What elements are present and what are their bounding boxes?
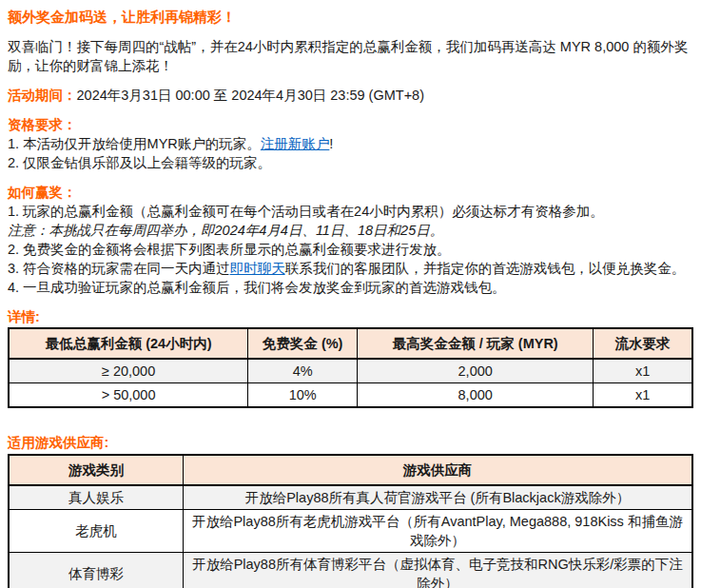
table-row: 体育博彩 开放给Play88所有体育博彩平台（虚拟体育、电子竞技和RNG快乐彩/… — [9, 553, 692, 588]
how-to-win-item-2: 2. 免费奖金的金额将会根据下列图表所显示的总赢利金额要求进行发放。 — [8, 240, 693, 259]
cell-turnover: x1 — [594, 383, 692, 408]
how-to-win-item-4: 4. 一旦成功验证玩家的总赢利金额后，我们将会发放奖金到玩家的首选游戏钱包。 — [8, 278, 693, 297]
eligibility-item-1-suffix: ! — [329, 136, 333, 151]
period-line: 活动期间：2024年3月31日 00:00 至 2024年4月30日 23:59… — [8, 86, 693, 105]
how-to-win-item-3-pre: 3. 符合资格的玩家需在同一天内通过 — [8, 261, 230, 276]
details-heading: 详情: — [8, 307, 693, 326]
providers-table-header-row: 游戏类别 游戏供应商 — [9, 455, 692, 485]
cell-provider: 开放给Play88所有老虎机游戏平台（所有AvantPlay, Mega888,… — [183, 510, 692, 553]
cell-free-bonus: 10% — [248, 383, 358, 408]
cell-provider: 开放给Play88所有体育博彩平台（虚拟体育、电子竞技和RNG快乐彩/彩票的下注… — [183, 553, 692, 588]
cell-min-winnings: ≥ 20,000 — [9, 359, 248, 383]
providers-heading: 适用游戏供应商: — [8, 433, 693, 452]
cell-turnover: x1 — [594, 359, 692, 383]
promo-page: 额外奖金加码送，让胜利再锦精彩！ 双喜临门！接下每周四的“战帖”，并在24小时内… — [8, 8, 693, 588]
details-col-min-winnings: 最低总赢利金额 (24小时内) — [9, 328, 248, 359]
period-label: 活动期间： — [8, 88, 77, 103]
details-table-header-row: 最低总赢利金额 (24小时内) 免费奖金 (%) 最高奖金金额 / 玩家 (MY… — [9, 328, 692, 359]
how-to-win-item-3-post: 联系我们的客服团队，并指定你的首选游戏钱包，以便兑换奖金。 — [285, 261, 686, 276]
cell-category: 老虎机 — [9, 510, 183, 553]
how-to-win-section: 如何赢奖： 1. 玩家的总赢利金额（总赢利金额可在每个活动日或者在24小时内累积… — [8, 183, 693, 297]
period-value: 2024年3月31日 00:00 至 2024年4月30日 23:59 (GMT… — [77, 88, 425, 103]
table-row: > 50,000 10% 8,000 x1 — [9, 383, 692, 408]
providers-table: 游戏类别 游戏供应商 真人娱乐 开放给Play88所有真人荷官游戏平台 (所有B… — [8, 454, 693, 588]
details-col-turnover: 流水要求 — [594, 328, 692, 359]
intro-text: 双喜临门！接下每周四的“战帖”，并在24小时内累积指定的总赢利金额，我们加码再送… — [8, 37, 693, 75]
eligibility-section: 资格要求： 1. 本活动仅开放给使用MYR账户的玩家。注册新账户! 2. 仅限金… — [8, 115, 693, 172]
cell-category: 真人娱乐 — [9, 485, 183, 510]
how-to-win-heading: 如何赢奖： — [8, 183, 693, 202]
table-row: 老虎机 开放给Play88所有老虎机游戏平台（所有AvantPlay, Mega… — [9, 510, 692, 553]
details-col-max-bonus: 最高奖金金额 / 玩家 (MYR) — [358, 328, 594, 359]
cell-free-bonus: 4% — [248, 359, 358, 383]
register-account-link[interactable]: 注册新账户 — [261, 136, 330, 151]
cell-max-bonus: 8,000 — [358, 383, 594, 408]
cell-min-winnings: > 50,000 — [9, 383, 248, 408]
providers-col-category: 游戏类别 — [9, 455, 183, 485]
how-to-win-note: 注意：本挑战只在每周四举办，即2024年4月4日、11日、18日和25日。 — [8, 221, 693, 240]
live-chat-link[interactable]: 即时聊天 — [230, 261, 285, 276]
details-col-free-bonus: 免费奖金 (%) — [248, 328, 358, 359]
eligibility-item-2: 2. 仅限金钻俱乐部及以上会籍等级的玩家。 — [8, 153, 693, 172]
details-table: 最低总赢利金额 (24小时内) 免费奖金 (%) 最高奖金金额 / 玩家 (MY… — [8, 327, 693, 408]
page-title: 额外奖金加码送，让胜利再锦精彩！ — [8, 8, 693, 27]
cell-max-bonus: 2,000 — [358, 359, 594, 383]
cell-provider: 开放给Play88所有真人荷官游戏平台 (所有Blackjack游戏除外） — [183, 485, 692, 510]
providers-col-provider: 游戏供应商 — [183, 455, 692, 485]
how-to-win-item-3: 3. 符合资格的玩家需在同一天内通过即时聊天联系我们的客服团队，并指定你的首选游… — [8, 259, 693, 278]
how-to-win-item-1: 1. 玩家的总赢利金额（总赢利金额可在每个活动日或者在24小时内累积）必须达标才… — [8, 202, 693, 221]
eligibility-item-1: 1. 本活动仅开放给使用MYR账户的玩家。注册新账户! — [8, 134, 693, 153]
eligibility-item-1-text: 1. 本活动仅开放给使用MYR账户的玩家。 — [8, 136, 261, 151]
table-row: 真人娱乐 开放给Play88所有真人荷官游戏平台 (所有Blackjack游戏除… — [9, 485, 692, 510]
table-row: ≥ 20,000 4% 2,000 x1 — [9, 359, 692, 383]
eligibility-heading: 资格要求： — [8, 115, 693, 134]
cell-category: 体育博彩 — [9, 553, 183, 588]
